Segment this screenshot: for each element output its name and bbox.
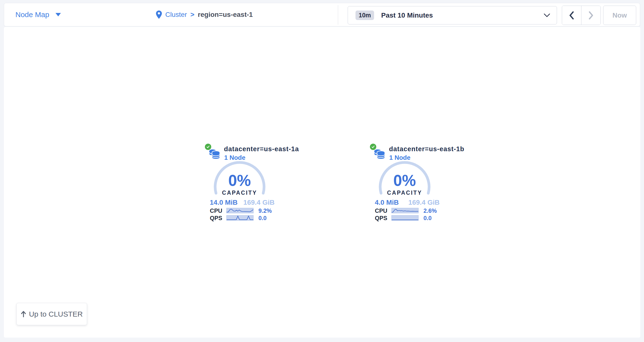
cpu-metric-row: CPU 9.2% bbox=[205, 208, 276, 214]
capacity-row: 4.0 MiB 169.4 GiB bbox=[370, 199, 441, 206]
time-window-label: Past 10 Minutes bbox=[381, 11, 433, 19]
capacity-row: 14.0 MiB 169.4 GiB bbox=[205, 199, 276, 206]
up-to-cluster-label: Up to CLUSTER bbox=[29, 310, 83, 318]
now-button[interactable]: Now bbox=[603, 5, 636, 25]
capacity-total: 169.4 GiB bbox=[243, 199, 274, 206]
cpu-label: CPU bbox=[370, 208, 387, 214]
header-divider bbox=[338, 5, 338, 25]
arrow-up-icon bbox=[20, 311, 26, 318]
locality-name: datacenter=us-east-1a bbox=[224, 145, 299, 153]
up-to-cluster-button[interactable]: Up to CLUSTER bbox=[16, 303, 87, 325]
time-nav bbox=[562, 5, 601, 25]
capacity-used: 4.0 MiB bbox=[375, 199, 399, 206]
view-mode-label: Node Map bbox=[16, 10, 49, 19]
header-bar: Node Map Cluster > region=us-east-1 10m … bbox=[4, 3, 640, 26]
capacity-percent: 0% bbox=[378, 173, 432, 188]
capacity-used: 14.0 MiB bbox=[210, 199, 238, 206]
cpu-label: CPU bbox=[205, 208, 222, 214]
capacity-percent: 0% bbox=[213, 173, 266, 188]
breadcrumb: Cluster > region=us-east-1 bbox=[156, 3, 253, 26]
time-window-dropdown[interactable]: 10m Past 10 Minutes bbox=[348, 6, 557, 24]
chevron-down-icon bbox=[544, 13, 550, 17]
database-icon bbox=[374, 148, 385, 160]
capacity-caption: CAPACITY bbox=[378, 190, 432, 196]
qps-label: QPS bbox=[370, 215, 387, 221]
cpu-sparkline bbox=[392, 208, 418, 213]
node-map-canvas: datacenter=us-east-1a 1 Node 0% CAPACITY… bbox=[4, 27, 640, 338]
breadcrumb-separator: > bbox=[190, 11, 194, 18]
qps-value: 0.0 bbox=[258, 215, 266, 221]
caret-down-icon bbox=[56, 13, 61, 16]
view-mode-dropdown[interactable]: Node Map bbox=[16, 3, 61, 26]
qps-value: 0.0 bbox=[424, 215, 432, 221]
breadcrumb-cluster-link[interactable]: Cluster bbox=[165, 11, 187, 18]
qps-label: QPS bbox=[205, 215, 222, 221]
qps-metric-row: QPS 0.0 bbox=[205, 215, 276, 221]
qps-sparkline bbox=[392, 215, 418, 221]
cpu-value: 9.2% bbox=[258, 208, 272, 214]
healthy-status-icon bbox=[205, 144, 211, 150]
capacity-total: 169.4 GiB bbox=[408, 199, 440, 206]
node-map-screen: Node Map Cluster > region=us-east-1 10m … bbox=[0, 0, 644, 342]
time-window-badge: 10m bbox=[356, 10, 374, 20]
time-next-button[interactable] bbox=[581, 6, 600, 25]
qps-sparkline bbox=[226, 215, 254, 221]
cpu-sparkline bbox=[226, 208, 254, 213]
cpu-metric-row: CPU 2.6% bbox=[370, 208, 441, 214]
locality-card-us-east-1a[interactable]: datacenter=us-east-1a 1 Node 0% CAPACITY… bbox=[205, 143, 276, 225]
location-pin-icon bbox=[156, 10, 162, 19]
chevron-right-icon bbox=[588, 11, 594, 19]
qps-metric-row: QPS 0.0 bbox=[370, 215, 441, 221]
cpu-value: 2.6% bbox=[424, 208, 437, 214]
capacity-caption: CAPACITY bbox=[213, 190, 266, 196]
locality-card-us-east-1b[interactable]: datacenter=us-east-1b 1 Node 0% CAPACITY… bbox=[370, 143, 441, 225]
chevron-left-icon bbox=[569, 11, 574, 19]
breadcrumb-current: region=us-east-1 bbox=[198, 11, 253, 18]
database-icon bbox=[209, 148, 220, 160]
time-prev-button[interactable] bbox=[562, 6, 581, 25]
healthy-status-icon bbox=[370, 144, 376, 150]
locality-name: datacenter=us-east-1b bbox=[389, 145, 464, 153]
